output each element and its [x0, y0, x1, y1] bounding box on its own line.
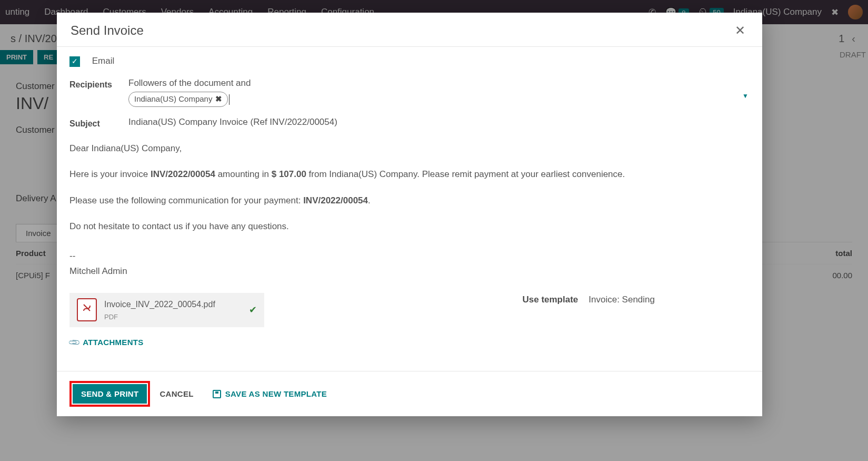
- signature-dash: --: [69, 249, 750, 263]
- attachment-filetype: PDF: [104, 312, 215, 322]
- cancel-button[interactable]: CANCEL: [159, 389, 193, 398]
- save-template-button[interactable]: SAVE AS NEW TEMPLATE: [213, 389, 327, 398]
- subject-label: Subject: [69, 115, 128, 130]
- email-label: Email: [92, 56, 115, 66]
- body-line3: Do not hesitate to contact us if you hav…: [69, 220, 750, 233]
- body-line2: Please use the following communication f…: [69, 194, 750, 208]
- check-icon: ✔: [249, 303, 257, 317]
- email-checkbox[interactable]: ✓: [69, 56, 80, 67]
- email-body[interactable]: Dear Indiana(US) Company, Here is your i…: [69, 142, 750, 278]
- send-print-button[interactable]: SEND & PRINT: [73, 384, 147, 404]
- chevron-down-icon[interactable]: ▼: [742, 91, 749, 101]
- close-icon[interactable]: ✕: [732, 22, 749, 39]
- modal-title: Send Invoice: [71, 23, 144, 38]
- paperclip-icon: 📎: [67, 335, 83, 350]
- recipient-tag[interactable]: Indiana(US) Company ✖: [128, 92, 228, 107]
- attachments-button[interactable]: 📎 ATTACHMENTS: [69, 337, 144, 349]
- recipients-field[interactable]: Followers of the document and Indiana(US…: [128, 76, 750, 107]
- pdf-icon: [77, 298, 97, 321]
- highlight-annotation: SEND & PRINT: [69, 381, 150, 407]
- remove-recipient-icon[interactable]: ✖: [215, 93, 222, 105]
- recipients-prefix: Followers of the document and: [128, 76, 750, 90]
- save-icon: [213, 390, 221, 398]
- attachment-filename: Invoice_INV_2022_00054.pdf: [104, 298, 215, 311]
- recipient-tag-label: Indiana(US) Company: [134, 93, 212, 105]
- send-invoice-modal: Send Invoice ✕ ✓ Email Recipients Follow…: [57, 13, 762, 416]
- signature-name: Mitchell Admin: [69, 264, 750, 278]
- greeting: Dear Indiana(US) Company,: [69, 142, 750, 155]
- text-cursor: [229, 94, 230, 105]
- recipients-label: Recipients: [69, 76, 128, 91]
- template-select[interactable]: Invoice: Sending: [588, 293, 655, 307]
- attachment-item[interactable]: Invoice_INV_2022_00054.pdf PDF ✔: [69, 293, 264, 328]
- modal-footer: SEND & PRINT CANCEL SAVE AS NEW TEMPLATE: [57, 371, 762, 416]
- subject-input[interactable]: Indiana(US) Company Invoice (Ref INV/202…: [128, 115, 750, 129]
- body-line1: Here is your invoice INV/2022/00054 amou…: [69, 168, 750, 181]
- modal-body: ✓ Email Recipients Followers of the docu…: [57, 47, 762, 371]
- use-template-label: Use template: [522, 293, 578, 307]
